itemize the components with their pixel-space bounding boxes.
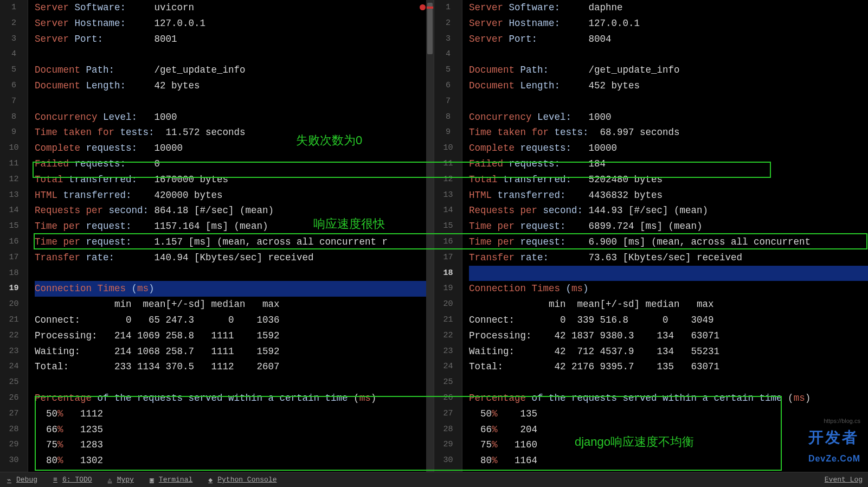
code-line[interactable]: Server Port: 8004 [469, 31, 868, 47]
line-number: 9 [0, 125, 28, 140]
code-line[interactable]: Server Port: 8001 [35, 31, 434, 47]
code-line[interactable]: Document Length: 452 bytes [469, 78, 868, 94]
code-line[interactable]: Total: 233 1134 370.5 1112 2607 [35, 359, 434, 375]
code-area-right[interactable]: Server Software: daphneServer Hostname: … [462, 0, 868, 469]
status-todo[interactable]: ≡6: TODO [52, 476, 92, 484]
code-line[interactable]: Waiting: 214 1068 258.7 1111 1592 [35, 344, 434, 360]
code-line[interactable]: Connection Times (ms) [35, 281, 434, 297]
line-number: 19 [434, 281, 462, 297]
code-line[interactable]: Time per request: 6.900 [ms] (mean, acro… [469, 234, 868, 250]
code-line[interactable]: 50% 1112 [35, 406, 434, 422]
status-python-console[interactable]: ◆Python Console [207, 476, 277, 484]
line-number: 15 [0, 219, 28, 234]
code-line[interactable]: Time per request: 6899.724 [ms] (mean) [469, 219, 868, 234]
line-number: 6 [434, 78, 462, 94]
code-line[interactable]: Transfer rate: 140.94 [Kbytes/sec] recei… [35, 250, 434, 266]
code-line[interactable]: Server Hostname: 127.0.0.1 [35, 16, 434, 31]
code-line[interactable]: Document Length: 42 bytes [35, 78, 434, 94]
status-mypy[interactable]: ⚠Mypy [106, 476, 134, 484]
code-line[interactable]: Connect: 0 339 516.8 0 3049 [469, 312, 868, 328]
code-line[interactable]: Total: 42 2176 9395.7 135 63071 [469, 359, 868, 375]
code-line[interactable]: Complete requests: 10000 [35, 140, 434, 156]
code-area-left[interactable]: Server Software: uvicornServer Hostname:… [28, 0, 434, 469]
code-line[interactable]: 80% 1302 [35, 453, 434, 469]
line-number: 18 [0, 266, 28, 281]
code-line[interactable]: Failed requests: 0 [35, 156, 434, 172]
line-number: 25 [434, 375, 462, 390]
code-line[interactable] [469, 375, 868, 390]
line-number: 7 [434, 94, 462, 110]
line-number: 23 [434, 344, 462, 360]
scrollbar-thumb[interactable] [427, 3, 433, 54]
line-number: 4 [434, 47, 462, 62]
code-line[interactable] [469, 47, 868, 62]
code-line[interactable]: Concurrency Level: 1000 [35, 110, 434, 125]
code-line[interactable]: Connect: 0 65 247.3 0 1036 [35, 312, 434, 328]
line-number: 18 [434, 266, 462, 281]
code-line[interactable]: 50% 135 [469, 406, 868, 422]
editor-pane-right[interactable]: 1234567891011121314151617181920212223242… [434, 0, 868, 472]
code-line[interactable]: HTML transferred: 420000 bytes [35, 188, 434, 203]
code-line[interactable]: Requests per second: 864.18 [#/sec] (mea… [35, 203, 434, 219]
python-icon: ◆ [207, 476, 214, 484]
code-line[interactable]: Waiting: 42 712 4537.9 134 55231 [469, 344, 868, 360]
code-line[interactable]: 66% 1235 [35, 422, 434, 438]
editor-pane-left[interactable]: 1234567891011121314151617181920212223242… [0, 0, 434, 472]
code-line[interactable] [35, 47, 434, 62]
status-event-log[interactable]: Event Log [825, 476, 868, 484]
code-line[interactable] [469, 94, 868, 110]
code-line[interactable]: Document Path: /get_update_info [469, 62, 868, 78]
code-line[interactable]: 75% 1283 [35, 437, 434, 453]
line-number: 24 [434, 359, 462, 375]
code-line[interactable]: Document Path: /get_update_info [35, 62, 434, 78]
watermark-suffix: DevZe.CoM [808, 454, 860, 463]
code-line[interactable] [35, 94, 434, 110]
code-line[interactable]: Failed requests: 184 [469, 156, 868, 172]
code-line[interactable]: Transfer rate: 73.63 [Kbytes/sec] receiv… [469, 250, 868, 266]
code-line[interactable] [35, 266, 434, 281]
line-number: 14 [434, 203, 462, 219]
code-line[interactable] [469, 266, 868, 281]
line-number: 22 [0, 328, 28, 344]
code-line[interactable]: Connection Times (ms) [469, 281, 868, 297]
code-line[interactable]: Percentage of the requests served within… [35, 390, 434, 406]
code-line[interactable]: Time taken for tests: 11.572 seconds [35, 125, 434, 140]
code-line[interactable]: Concurrency Level: 1000 [469, 110, 868, 125]
line-number: 22 [434, 328, 462, 344]
code-line[interactable]: min mean[+/-sd] median max [469, 297, 868, 312]
scrollbar-left[interactable] [426, 0, 434, 472]
code-line[interactable]: Server Software: uvicorn [35, 0, 434, 16]
code-line[interactable] [35, 375, 434, 390]
line-number: 1 [434, 0, 462, 16]
code-line[interactable]: Complete requests: 10000 [469, 140, 868, 156]
code-line[interactable]: Server Software: daphne [469, 0, 868, 16]
line-number: 5 [0, 62, 28, 78]
line-number: 17 [0, 250, 28, 266]
line-number: 14 [0, 203, 28, 219]
code-line[interactable]: Requests per second: 144.93 [#/sec] (mea… [469, 203, 868, 219]
code-line[interactable]: Total transferred: 5202480 bytes [469, 172, 868, 188]
code-line[interactable]: Total transferred: 1670000 bytes [35, 172, 434, 188]
line-number: 10 [434, 140, 462, 156]
warn-icon: ⚠ [106, 476, 114, 484]
code-line[interactable]: Processing: 214 1069 258.8 1111 1592 [35, 328, 434, 344]
status-bar: ⌁Debug ≡6: TODO ⚠Mypy ▣Terminal ◆Python … [0, 472, 868, 487]
code-line[interactable]: Time per request: 1.157 [ms] (mean, acro… [35, 234, 434, 250]
watermark: https://blog.cs 开发者 DevZe.CoM [808, 427, 860, 465]
code-line[interactable]: Time per request: 1157.164 [ms] (mean) [35, 219, 434, 234]
line-number: 5 [434, 62, 462, 78]
line-number: 3 [434, 31, 462, 47]
code-line[interactable]: Percentage of the requests served within… [469, 390, 868, 406]
code-line[interactable]: min mean[+/-sd] median max [35, 297, 434, 312]
status-terminal[interactable]: ▣Terminal [148, 476, 192, 484]
code-line[interactable]: Server Hostname: 127.0.0.1 [469, 16, 868, 31]
line-number: 12 [0, 172, 28, 188]
line-number: 13 [0, 188, 28, 203]
line-number: 27 [434, 406, 462, 422]
code-line[interactable]: HTML transferred: 4436832 bytes [469, 188, 868, 203]
status-debug[interactable]: ⌁Debug [5, 476, 37, 484]
line-number: 28 [434, 422, 462, 438]
code-line[interactable]: Processing: 42 1837 9380.3 134 63071 [469, 328, 868, 344]
code-line[interactable]: Time taken for tests: 68.997 seconds [469, 125, 868, 140]
line-number: 12 [434, 172, 462, 188]
